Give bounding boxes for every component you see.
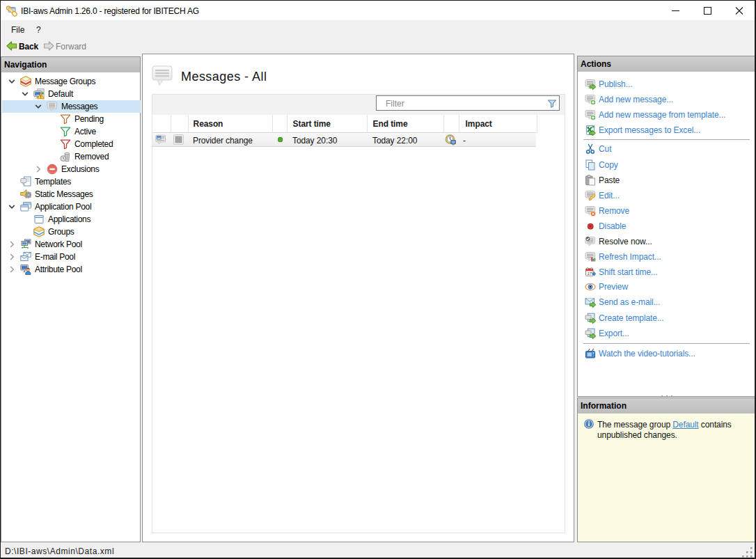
svg-text:17: 17 (588, 271, 592, 275)
